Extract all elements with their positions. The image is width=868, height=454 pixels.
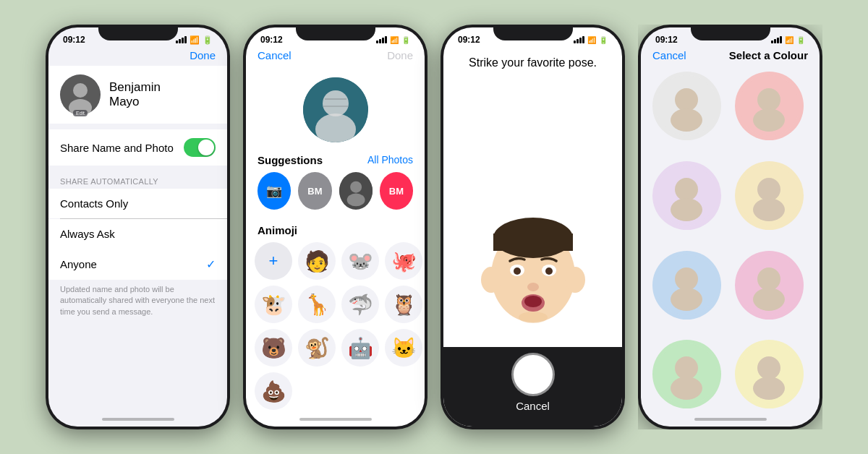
bm-initials-2: BM — [389, 186, 404, 197]
divider-2 — [48, 166, 227, 171]
status-icons-2: 📶 🔋 — [376, 36, 410, 44]
avatar-wrap[interactable]: Edit — [60, 74, 101, 115]
svg-point-40 — [757, 267, 780, 291]
select-colour-title: Select a Colour — [729, 49, 808, 61]
pose-text: Strike your favorite pose. — [443, 48, 622, 208]
colour-item-7[interactable] — [652, 340, 721, 408]
notch-1 — [98, 25, 178, 40]
share-name-label: Share Name and Photo — [60, 142, 174, 154]
animoji-shark[interactable]: 🦈 — [341, 286, 379, 323]
colour-item-3[interactable] — [652, 161, 721, 230]
suggestions-header: Suggestions All Photos — [246, 151, 425, 172]
photo-suggestion[interactable] — [339, 172, 373, 210]
svg-point-46 — [757, 356, 780, 380]
wifi-icon-4: 📶 — [785, 36, 793, 44]
animoji-poop[interactable]: 💩 — [255, 372, 292, 410]
animoji-title: Animoji — [246, 221, 425, 242]
animoji-giraffe[interactable]: 🦒 — [298, 286, 336, 323]
svg-point-31 — [675, 178, 698, 201]
signal-icon-3 — [574, 36, 584, 43]
bm-suggestion-2[interactable]: BM — [380, 172, 413, 210]
all-photos-button[interactable]: All Photos — [367, 154, 413, 166]
svg-point-19 — [545, 267, 553, 275]
camera-suggestion[interactable]: 📷 — [258, 172, 291, 210]
animoji-grid: + 🧑 🐭 🐙 🐮 🦒 🦈 🦉 🐻 🐒 🤖 🐱 💩 — [246, 242, 425, 410]
svg-point-4 — [323, 90, 349, 116]
svg-point-23 — [519, 312, 548, 323]
phone-4: 09:12 📶 🔋 Cancel Select a Colour — [638, 25, 822, 429]
shutter-button[interactable] — [514, 355, 553, 394]
bm-suggestion-1[interactable]: BM — [298, 172, 331, 210]
svg-point-12 — [481, 267, 501, 293]
share-row[interactable]: Share Name and Photo — [48, 129, 227, 166]
svg-point-43 — [675, 356, 698, 380]
nav-bar-1: Done — [48, 48, 227, 66]
animoji-cat[interactable]: 🐱 — [385, 329, 422, 367]
signal-icon-4 — [771, 36, 782, 43]
colour-item-5[interactable] — [652, 251, 721, 320]
animoji-monkey[interactable]: 🐒 — [298, 329, 336, 367]
screen-4: 09:12 📶 🔋 Cancel Select a Colour — [641, 27, 820, 427]
home-indicator-1 — [102, 418, 174, 421]
svg-point-38 — [671, 288, 702, 311]
battery-icon-1: 🔋 — [203, 35, 213, 45]
done-button-1[interactable]: Done — [190, 49, 216, 61]
svg-point-22 — [524, 296, 542, 307]
option-contacts[interactable]: Contacts Only — [48, 189, 227, 218]
svg-point-1 — [73, 83, 88, 98]
cancel-button-4[interactable]: Cancel — [652, 49, 686, 61]
animoji-octopus[interactable]: 🐙 — [385, 242, 422, 280]
notch-4 — [691, 25, 770, 40]
svg-point-35 — [753, 198, 785, 221]
time-4: 09:12 — [655, 35, 678, 45]
screen-1: 09:12 📶 🔋 Done — [48, 27, 227, 427]
animoji-human[interactable]: 🧑 — [298, 242, 336, 280]
option-always-ask[interactable]: Always Ask — [48, 219, 227, 249]
svg-point-26 — [671, 108, 702, 132]
svg-point-10 — [346, 194, 365, 207]
edit-label: Edit — [73, 110, 88, 116]
svg-point-25 — [675, 88, 698, 111]
notch-2 — [296, 25, 375, 40]
colour-item-4[interactable] — [735, 161, 804, 230]
animoji-bear[interactable]: 🐻 — [255, 329, 292, 367]
nav-bar-4: Cancel Select a Colour — [641, 48, 820, 66]
photo-preview — [246, 66, 425, 151]
battery-icon-3: 🔋 — [599, 36, 608, 44]
colour-item-1[interactable] — [652, 72, 721, 140]
animoji-cow[interactable]: 🐮 — [255, 286, 292, 323]
option-anyone[interactable]: Anyone ✓ — [48, 249, 227, 280]
last-name: Mayo — [109, 95, 161, 109]
bm-initials-1: BM — [307, 186, 322, 197]
status-icons-4: 📶 🔋 — [771, 36, 805, 44]
svg-point-13 — [565, 267, 585, 293]
suggestions-row: 📷 BM BM — [246, 172, 425, 221]
memoji-face — [475, 216, 591, 339]
colour-item-8[interactable] — [735, 340, 804, 408]
colour-item-2[interactable] — [735, 72, 804, 140]
share-auto-header: SHARE AUTOMATICALLY — [48, 171, 227, 189]
battery-icon-4: 🔋 — [796, 36, 805, 44]
animoji-robot[interactable]: 🤖 — [341, 329, 379, 367]
wifi-icon-2: 📶 — [390, 36, 399, 44]
time-3: 09:12 — [458, 35, 480, 45]
cancel-camera-button[interactable]: Cancel — [516, 400, 550, 412]
footer-text: Updated name and photo will be automatic… — [48, 280, 227, 322]
signal-icon-1 — [176, 36, 187, 43]
colour-grid — [641, 66, 820, 427]
wifi-icon-1: 📶 — [190, 35, 200, 45]
divider-1 — [48, 124, 227, 129]
signal-icon-2 — [376, 36, 387, 43]
animoji-mouse[interactable]: 🐭 — [341, 242, 379, 280]
svg-point-41 — [753, 288, 785, 311]
share-toggle[interactable] — [184, 138, 216, 157]
colour-item-6[interactable] — [735, 251, 804, 320]
cancel-button-2[interactable]: Cancel — [258, 49, 292, 61]
notch-3 — [493, 25, 573, 40]
animoji-owl[interactable]: 🦉 — [385, 286, 422, 323]
home-indicator-4 — [694, 418, 767, 421]
phone-2: 09:12 📶 🔋 Cancel Done — [243, 25, 427, 429]
photo-circle[interactable] — [303, 77, 368, 142]
done-button-2[interactable]: Done — [387, 49, 413, 61]
add-animoji-button[interactable]: + — [255, 242, 292, 280]
